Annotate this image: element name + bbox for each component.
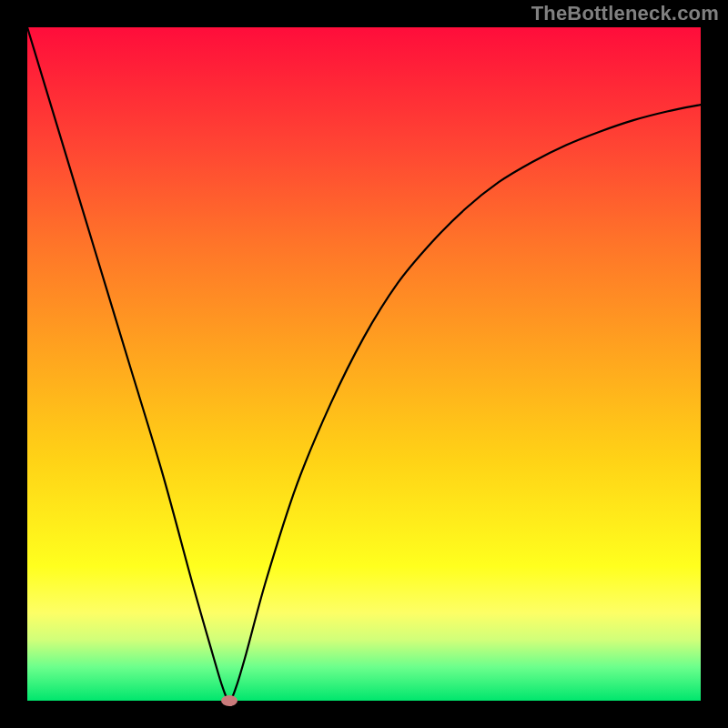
plot-area <box>27 27 701 701</box>
chart-frame: TheBottleneck.com <box>0 0 728 728</box>
bottleneck-minimum-marker <box>221 695 238 706</box>
watermark-text: TheBottleneck.com <box>531 2 719 25</box>
bottleneck-curve <box>27 27 701 701</box>
